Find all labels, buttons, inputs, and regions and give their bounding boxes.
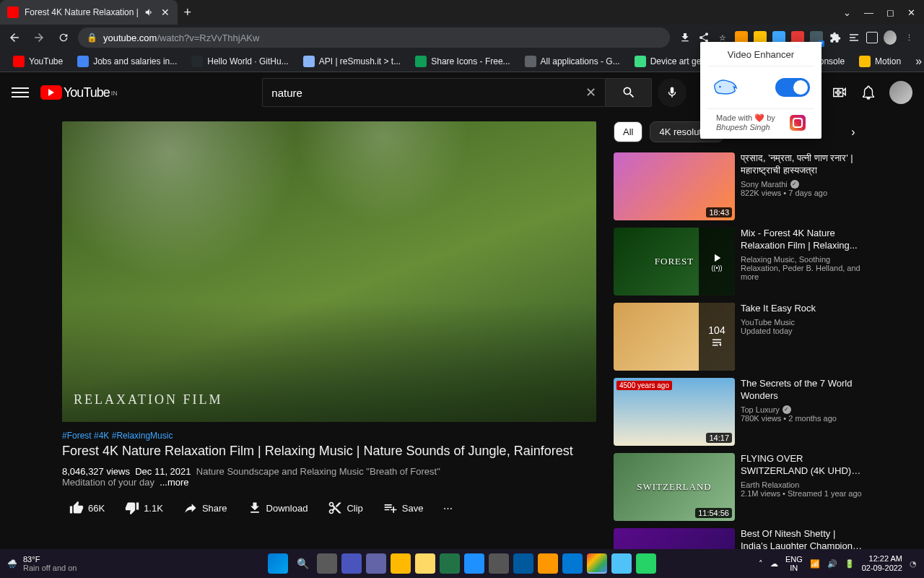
tab-audio-icon[interactable] bbox=[144, 7, 154, 17]
extensions-icon[interactable] bbox=[829, 31, 842, 44]
recommendation-item[interactable]: SWITZERLAND11:54:56 FLYING OVER SWITZERL… bbox=[614, 453, 862, 521]
back-button[interactable] bbox=[4, 27, 25, 48]
maximize-icon[interactable]: ◻ bbox=[886, 7, 894, 18]
volume-icon[interactable]: 🔊 bbox=[827, 559, 837, 569]
app-icon-8[interactable] bbox=[538, 553, 558, 574]
bookmark-item[interactable]: API | reSmush.it > t... bbox=[297, 53, 407, 70]
tray-chevron-icon[interactable]: ˄ bbox=[759, 559, 763, 569]
country-code: IN bbox=[111, 90, 118, 97]
app-icon-10[interactable] bbox=[611, 553, 632, 574]
ext-popup-title: Video Enhancer bbox=[707, 49, 814, 66]
browser-menu-icon[interactable]: ⋮ bbox=[902, 31, 915, 44]
app-icon-5[interactable] bbox=[464, 553, 484, 574]
instagram-icon[interactable] bbox=[790, 115, 806, 131]
show-more-button[interactable]: ...more bbox=[160, 477, 188, 488]
recommendation-item[interactable]: FOREST((•)) Mix - Forest 4K Nature Relax… bbox=[614, 228, 862, 296]
voice-search-button[interactable] bbox=[658, 78, 687, 107]
app-icon-9[interactable] bbox=[562, 553, 583, 574]
app-icon-6[interactable] bbox=[489, 553, 509, 574]
youtube-logo[interactable]: YouTube IN bbox=[40, 85, 118, 100]
lock-icon: 🔒 bbox=[87, 33, 97, 43]
bookmark-item[interactable]: Jobs and salaries in... bbox=[71, 53, 183, 70]
explorer-icon[interactable] bbox=[415, 553, 435, 574]
secondary-column: All 4K resolution › 18:43 प्रसाद, 'नम्रत… bbox=[614, 121, 862, 549]
window-controls: ⌄ — ◻ ✕ bbox=[843, 7, 924, 18]
new-tab-button[interactable]: + bbox=[178, 2, 198, 22]
bookmarks-overflow[interactable]: » bbox=[910, 55, 924, 68]
video-title: Forest 4K Nature Relaxation Film | Relax… bbox=[62, 444, 596, 459]
save-button[interactable]: Save bbox=[376, 496, 431, 519]
reload-button[interactable] bbox=[53, 27, 74, 48]
app-icon-3[interactable] bbox=[391, 553, 411, 574]
whale-icon bbox=[712, 77, 739, 98]
notifications-icon[interactable] bbox=[860, 85, 876, 100]
taskbar-clock[interactable]: 12:22 AM02-09-2022 bbox=[862, 554, 902, 573]
youtube-favicon bbox=[7, 7, 19, 18]
ext-popup-footer: Made with ❤️ by Bhupesh Singh bbox=[707, 108, 814, 131]
forward-button[interactable] bbox=[29, 27, 49, 48]
bookmark-item[interactable]: Share Icons - Free... bbox=[409, 53, 515, 70]
bookmark-item[interactable]: Hello World · GitHu... bbox=[186, 53, 294, 70]
svg-point-0 bbox=[719, 86, 721, 88]
app-icon-1[interactable] bbox=[341, 553, 362, 574]
panel-icon[interactable] bbox=[866, 32, 878, 43]
chips-next-icon[interactable]: › bbox=[845, 124, 862, 141]
enhancer-toggle[interactable] bbox=[775, 78, 810, 97]
more-actions-button[interactable]: ⋯ bbox=[436, 496, 460, 519]
tab-title: Forest 4K Nature Relaxation | bbox=[25, 7, 139, 17]
create-icon[interactable] bbox=[832, 85, 847, 100]
search-button[interactable] bbox=[606, 78, 652, 107]
chip-all[interactable]: All bbox=[614, 121, 642, 142]
profile-avatar[interactable] bbox=[884, 31, 897, 44]
action-row: 66K 1.1K Share Download Clip Save ⋯ bbox=[62, 496, 596, 519]
app-icon-7[interactable] bbox=[513, 553, 533, 574]
sidepanel-icon[interactable] bbox=[847, 31, 860, 44]
video-meta: 8,046,327 views Dec 11, 2021 Nature Soun… bbox=[62, 466, 596, 488]
app-icon-4[interactable] bbox=[440, 553, 460, 574]
tab-close-icon[interactable]: ✕ bbox=[160, 7, 170, 17]
search-icon bbox=[622, 85, 636, 100]
onedrive-icon[interactable]: ☁ bbox=[770, 559, 778, 569]
search-value: nature bbox=[271, 87, 302, 99]
chevron-down-icon[interactable]: ⌄ bbox=[843, 7, 851, 18]
taskbar-apps: 🔍 bbox=[268, 553, 656, 574]
window-titlebar: Forest 4K Nature Relaxation | ✕ + ⌄ — ◻ … bbox=[0, 0, 924, 25]
mic-icon bbox=[666, 86, 679, 99]
dislike-button[interactable]: 1.1K bbox=[118, 496, 170, 519]
share-button[interactable]: Share bbox=[176, 496, 235, 519]
battery-icon[interactable]: 🔋 bbox=[845, 559, 855, 569]
start-button[interactable] bbox=[268, 553, 288, 574]
taskbar-weather[interactable]: 🌧️ 83°FRain off and on bbox=[7, 555, 77, 572]
video-tags[interactable]: #Forest #4K #RelaxingMusic bbox=[62, 431, 596, 441]
user-avatar[interactable] bbox=[889, 81, 912, 104]
bookmark-item[interactable]: Motion bbox=[853, 53, 907, 70]
content-area: RELAXATION FILM #Forest #4K #RelaxingMus… bbox=[0, 113, 924, 549]
notifications-tray-icon[interactable]: ◔ bbox=[910, 559, 917, 569]
like-button[interactable]: 66K bbox=[62, 496, 112, 519]
whatsapp-icon[interactable] bbox=[636, 553, 656, 574]
download-button[interactable]: Download bbox=[240, 496, 315, 519]
recommendation-item[interactable]: NITESH SHETTY Best Of Nitesh Shetty | In… bbox=[614, 528, 862, 549]
bookmark-item[interactable]: All applications - G... bbox=[519, 53, 626, 70]
wifi-icon[interactable]: 📶 bbox=[810, 559, 820, 569]
primary-column: RELAXATION FILM #Forest #4K #RelaxingMus… bbox=[62, 121, 596, 549]
browser-tab[interactable]: Forest 4K Nature Relaxation | ✕ bbox=[0, 0, 178, 25]
recommendation-item[interactable]: 14:174500 years ago The Secrets of the 7… bbox=[614, 378, 862, 446]
search-clear-icon[interactable]: ✕ bbox=[585, 85, 596, 100]
address-bar[interactable]: 🔒 youtube.com/watch?v=RzVvThhjAKw bbox=[78, 27, 670, 48]
app-icon-2[interactable] bbox=[366, 553, 386, 574]
taskview-icon[interactable] bbox=[317, 553, 337, 574]
install-icon[interactable] bbox=[679, 31, 692, 44]
search-taskbar-icon[interactable]: 🔍 bbox=[292, 553, 313, 574]
recommendation-item[interactable]: 104 Take It Easy RockYouTube MusicUpdate… bbox=[614, 303, 862, 371]
clip-button[interactable]: Clip bbox=[321, 496, 370, 519]
minimize-icon[interactable]: — bbox=[864, 7, 873, 18]
chrome-icon[interactable] bbox=[587, 553, 607, 574]
hamburger-icon[interactable] bbox=[12, 84, 29, 101]
video-player[interactable]: RELAXATION FILM bbox=[62, 121, 596, 422]
recommendation-item[interactable]: 18:43 प्रसाद, 'नम्रता, पत्नी णाण रनार' |… bbox=[614, 152, 862, 220]
bookmark-item[interactable]: YouTube bbox=[7, 53, 69, 70]
close-icon[interactable]: ✕ bbox=[907, 7, 915, 18]
search-input[interactable]: nature ✕ bbox=[262, 78, 606, 107]
url-text: youtube.com/watch?v=RzVvThhjAKw bbox=[103, 33, 259, 43]
